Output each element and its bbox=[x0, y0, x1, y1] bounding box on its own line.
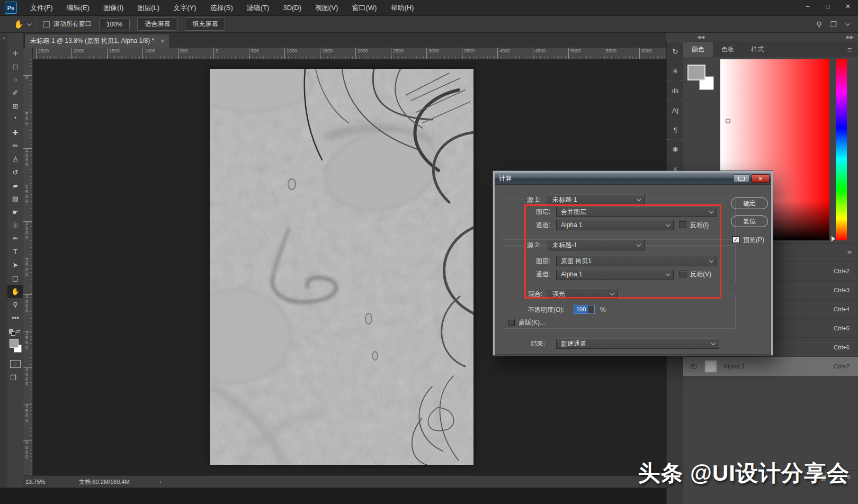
channel-shortcut: Ctrl+2 bbox=[834, 268, 850, 274]
menu-item[interactable]: 滤镜(T) bbox=[240, 0, 276, 16]
source2-label: 源 2: bbox=[527, 240, 540, 250]
hue-slider[interactable] bbox=[836, 59, 847, 240]
clone-stamp-tool[interactable]: ♙ bbox=[7, 152, 23, 166]
quick-select-tool[interactable]: ✐ bbox=[7, 86, 23, 100]
result-dropdown[interactable]: 新建通道 bbox=[556, 338, 719, 349]
dialog-title-bar[interactable]: 计算 ✕ bbox=[495, 173, 771, 184]
menu-item[interactable]: 图层(L) bbox=[130, 0, 166, 16]
maximize-button[interactable]: □ bbox=[818, 0, 838, 13]
menu-item[interactable]: 视图(V) bbox=[308, 0, 345, 16]
history-brush-tool[interactable]: ↺ bbox=[7, 166, 23, 179]
panel-tab[interactable]: 样式 bbox=[743, 42, 772, 57]
edit-toolbar-button[interactable]: ••• bbox=[7, 311, 23, 325]
character-panel-icon[interactable]: A| bbox=[667, 100, 684, 120]
eraser-tool[interactable]: ▰ bbox=[7, 179, 23, 192]
panel-menu-icon[interactable]: ≡ bbox=[847, 248, 852, 257]
dodge-tool[interactable]: ☉ bbox=[7, 219, 23, 232]
dialog-close-button[interactable]: ✕ bbox=[752, 174, 770, 183]
toolbar-collapse-strip[interactable]: » bbox=[0, 33, 7, 488]
workspace-icon[interactable]: ❐ bbox=[830, 20, 837, 29]
channel-shortcut: Ctrl+6 bbox=[834, 344, 850, 350]
marquee-tool[interactable]: ◻ bbox=[7, 60, 23, 73]
tab-close-icon[interactable]: × bbox=[160, 38, 164, 45]
smudge-tool[interactable]: ☛ bbox=[7, 205, 23, 219]
menu-item[interactable]: 文字(Y) bbox=[166, 0, 203, 16]
fit-screen-button[interactable]: 适合屏幕 bbox=[137, 17, 177, 31]
swap-colors-icon[interactable]: ⇄ bbox=[16, 328, 20, 334]
visibility-eye-icon[interactable] bbox=[690, 364, 697, 369]
screen-mode-button[interactable]: ❐ bbox=[10, 374, 16, 382]
invert1-checkbox[interactable] bbox=[680, 221, 686, 228]
channel1-dropdown[interactable]: Alpha 1 bbox=[556, 220, 674, 230]
menu-item[interactable]: 帮助(H) bbox=[383, 0, 421, 16]
color-picker-marker[interactable] bbox=[726, 119, 730, 123]
blend-dropdown[interactable]: 强光 bbox=[548, 289, 618, 299]
panel-tab[interactable]: 色板 bbox=[713, 42, 743, 57]
type-tool[interactable]: T bbox=[7, 245, 23, 258]
move-tool[interactable]: ✛ bbox=[7, 47, 23, 60]
pen-tool[interactable]: ✒ bbox=[7, 232, 23, 245]
hand-tool[interactable]: ✋ bbox=[7, 285, 23, 298]
menu-item[interactable]: 选择(S) bbox=[203, 0, 239, 16]
layer2-label: 图层: bbox=[536, 256, 550, 266]
minimize-button[interactable]: – bbox=[798, 0, 818, 13]
search-icon[interactable]: ⚲ bbox=[816, 20, 821, 29]
hue-slider-marker[interactable] bbox=[832, 236, 835, 241]
close-button[interactable]: ✕ bbox=[838, 0, 858, 13]
foreground-color-swatch[interactable] bbox=[10, 339, 19, 348]
menu-item[interactable]: 窗口(W) bbox=[345, 0, 383, 16]
mask-label: 蒙版(K)... bbox=[519, 317, 545, 328]
channel2-dropdown[interactable]: Alpha 1 bbox=[556, 269, 674, 280]
canvas-image[interactable] bbox=[210, 69, 473, 465]
color-panel-foreground-swatch[interactable] bbox=[687, 65, 705, 80]
channel-row-alpha1[interactable]: Alpha 1 Ctrl+7 bbox=[683, 357, 858, 376]
reset-button[interactable]: 复位 bbox=[731, 215, 768, 227]
eyedropper-tool[interactable]: ❜ bbox=[7, 113, 23, 126]
collapse-panels-icon[interactable]: ◀◀ bbox=[697, 34, 704, 40]
dialog-collapse-button[interactable] bbox=[734, 174, 749, 183]
lasso-tool[interactable]: ○ bbox=[7, 73, 23, 86]
preview-checkbox[interactable]: ✓ bbox=[732, 236, 739, 243]
vertical-ruler: 0500100015002000250030003500400045005000… bbox=[23, 59, 33, 475]
mask-checkbox[interactable] bbox=[508, 319, 515, 326]
ok-button[interactable]: 确定 bbox=[731, 197, 768, 209]
menu-item[interactable]: 图像(I) bbox=[96, 0, 130, 16]
separator bbox=[37, 19, 37, 30]
invert2-checkbox[interactable] bbox=[680, 271, 686, 277]
path-select-tool[interactable]: ➤ bbox=[7, 258, 23, 272]
panel-tab[interactable]: 颜色 bbox=[683, 42, 713, 57]
status-chevron-icon[interactable]: › bbox=[159, 479, 162, 485]
fill-screen-button[interactable]: 填充屏幕 bbox=[185, 17, 225, 31]
scroll-all-windows-checkbox[interactable] bbox=[43, 21, 50, 28]
source2-dropdown[interactable]: 未标题-1 bbox=[548, 240, 645, 250]
paragraph-panel-icon[interactable]: ¶ bbox=[667, 120, 684, 139]
layer1-dropdown[interactable]: 合并图层 bbox=[556, 206, 717, 217]
chevron-down-icon bbox=[709, 209, 713, 213]
libraries-panel-icon[interactable]: ❃ bbox=[667, 139, 684, 159]
document-tab[interactable]: 未标题-1 @ 13.8% (原图 拷贝1, Alpha 1/8) * × bbox=[24, 34, 170, 48]
shape-tool[interactable]: ▢ bbox=[7, 272, 23, 285]
source1-label: 源 1: bbox=[527, 194, 540, 205]
histogram-panel-icon[interactable]: ıllı bbox=[667, 80, 684, 100]
history-panel-icon[interactable]: ↻ bbox=[667, 41, 684, 61]
menu-item[interactable]: 3D(D) bbox=[276, 0, 308, 16]
opacity-input[interactable]: 100 bbox=[574, 305, 595, 314]
source1-dropdown[interactable]: 未标题-1 bbox=[548, 194, 645, 205]
healing-brush-tool[interactable]: ✚ bbox=[7, 126, 23, 139]
panel-menu-icon[interactable]: ≡ bbox=[847, 46, 852, 54]
chevron-down-icon[interactable] bbox=[27, 21, 31, 25]
zoom-tool[interactable]: ⚲ bbox=[7, 298, 23, 311]
menu-item[interactable]: 文件(F) bbox=[23, 0, 60, 16]
zoom-level[interactable]: 13.75% bbox=[25, 479, 45, 485]
menu-item[interactable]: 编辑(E) bbox=[60, 0, 96, 16]
channel-thumbnail[interactable] bbox=[704, 360, 717, 373]
zoom-100-button[interactable]: 100% bbox=[99, 19, 130, 30]
layer2-dropdown[interactable]: 原图 拷贝1 bbox=[556, 256, 717, 266]
brush-tool[interactable]: ✏ bbox=[7, 139, 23, 152]
gradient-tool[interactable]: ▨ bbox=[7, 192, 23, 205]
chevron-down-icon[interactable] bbox=[845, 21, 850, 25]
navigator-panel-icon[interactable]: ✳ bbox=[667, 61, 684, 80]
collapse-panels-icon[interactable]: ▶▶ bbox=[846, 34, 854, 40]
quick-mask-button[interactable]: ◌ bbox=[10, 360, 21, 368]
crop-tool[interactable]: ⊞ bbox=[7, 100, 23, 113]
